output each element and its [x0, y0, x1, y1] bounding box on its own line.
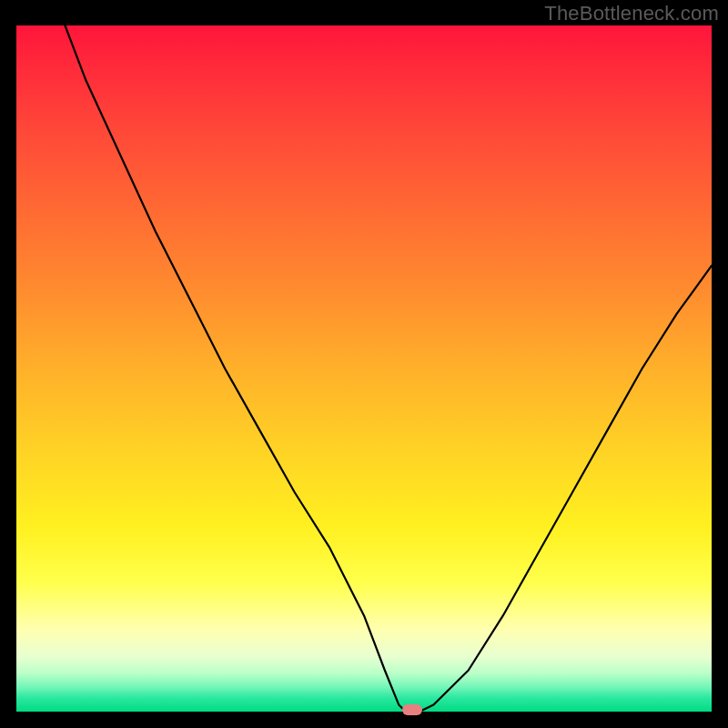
plot-area: [16, 25, 712, 712]
watermark-text: TheBottleneck.com: [544, 2, 719, 25]
curve-path: [65, 25, 712, 712]
bottleneck-curve: [16, 25, 712, 712]
optimal-marker: [402, 704, 422, 715]
chart-frame: TheBottleneck.com: [0, 0, 728, 728]
